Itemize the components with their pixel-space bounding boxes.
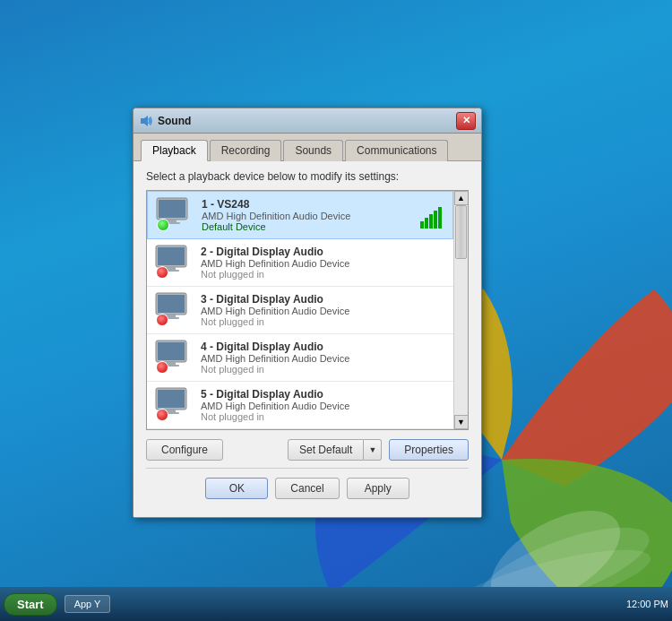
device-name-5: 5 - Digital Display Audio bbox=[201, 388, 446, 401]
scroll-up-arrow[interactable]: ▲ bbox=[454, 191, 469, 205]
svg-rect-21 bbox=[158, 390, 185, 408]
properties-button[interactable]: Properties bbox=[389, 439, 469, 461]
device-icon-wrap-3 bbox=[154, 292, 194, 328]
device-info-1: 1 - VS248 AMD High Definition Audio Devi… bbox=[202, 198, 420, 232]
device-driver-5: AMD High Definition Audio Device bbox=[201, 401, 446, 411]
taskbar-right: 12:00 PM bbox=[626, 599, 668, 609]
scroll-track[interactable] bbox=[454, 205, 468, 415]
start-button[interactable]: Start bbox=[4, 593, 57, 616]
instruction-text: Select a playback device below to modify… bbox=[146, 170, 469, 183]
tab-communications[interactable]: Communications bbox=[345, 140, 448, 161]
status-badge-green-1 bbox=[157, 219, 169, 231]
sound-dialog: Sound ✕ Playback Recording Sounds Commun… bbox=[133, 108, 482, 518]
dialog-body: Select a playback device below to modify… bbox=[134, 161, 481, 517]
device-info-5: 5 - Digital Display Audio AMD High Defin… bbox=[201, 388, 446, 422]
close-button[interactable]: ✕ bbox=[456, 112, 476, 130]
tab-playback[interactable]: Playback bbox=[141, 140, 208, 161]
cancel-button[interactable]: Cancel bbox=[275, 478, 339, 499]
taskbar-time: 12:00 PM bbox=[626, 599, 668, 609]
taskbar: Start App Y 12:00 PM bbox=[0, 587, 672, 621]
svg-marker-3 bbox=[141, 116, 148, 126]
device-status-5: Not plugged in bbox=[201, 411, 446, 422]
buttons-row-1: Configure Set Default ▼ Properties bbox=[146, 439, 469, 461]
vol-bar bbox=[420, 221, 424, 229]
configure-button[interactable]: Configure bbox=[146, 439, 223, 461]
volume-bars-1 bbox=[420, 202, 442, 229]
device-name-1: 1 - VS248 bbox=[202, 198, 420, 211]
svg-rect-13 bbox=[158, 295, 185, 313]
device-list: 1 - VS248 AMD High Definition Audio Devi… bbox=[147, 191, 453, 429]
device-info-4: 4 - Digital Display Audio AMD High Defin… bbox=[201, 341, 446, 375]
svg-rect-9 bbox=[158, 247, 185, 265]
status-badge-red-5 bbox=[156, 409, 168, 421]
tab-bar: Playback Recording Sounds Communications bbox=[134, 134, 481, 161]
device-name-3: 3 - Digital Display Audio bbox=[201, 293, 446, 306]
svg-rect-17 bbox=[158, 342, 185, 360]
device-item-4[interactable]: 4 - Digital Display Audio AMD High Defin… bbox=[147, 334, 453, 382]
device-driver-2: AMD High Definition Audio Device bbox=[201, 258, 446, 269]
device-icon-wrap-1 bbox=[155, 197, 194, 233]
device-item-2[interactable]: 2 - Digital Display Audio AMD High Defin… bbox=[147, 239, 453, 287]
vol-bar bbox=[434, 211, 437, 229]
device-status-3: Not plugged in bbox=[201, 316, 446, 327]
ok-button[interactable]: OK bbox=[205, 478, 268, 499]
device-icon-wrap-5 bbox=[154, 387, 194, 423]
status-badge-red-2 bbox=[156, 266, 168, 279]
start-label: Start bbox=[17, 598, 44, 611]
device-status-4: Not plugged in bbox=[201, 364, 446, 375]
svg-rect-5 bbox=[159, 200, 185, 218]
scroll-down-arrow[interactable]: ▼ bbox=[454, 415, 469, 429]
title-bar: Sound ✕ bbox=[134, 108, 481, 134]
device-driver-3: AMD High Definition Audio Device bbox=[201, 306, 446, 316]
tab-sounds[interactable]: Sounds bbox=[283, 140, 343, 161]
vol-bar bbox=[429, 214, 433, 229]
dialog-title: Sound bbox=[158, 115, 191, 127]
device-driver-4: AMD High Definition Audio Device bbox=[201, 353, 446, 364]
tab-recording[interactable]: Recording bbox=[210, 140, 282, 161]
device-driver-1: AMD High Definition Audio Device bbox=[202, 211, 420, 221]
device-info-3: 3 - Digital Display Audio AMD High Defin… bbox=[201, 293, 446, 327]
set-default-button[interactable]: Set Default bbox=[288, 439, 364, 461]
apply-button[interactable]: Apply bbox=[347, 478, 409, 499]
desktop: Sound ✕ Playback Recording Sounds Commun… bbox=[0, 0, 672, 621]
device-icon-wrap-2 bbox=[154, 245, 194, 280]
device-list-container: 1 - VS248 AMD High Definition Audio Devi… bbox=[146, 190, 469, 430]
device-item-3[interactable]: 3 - Digital Display Audio AMD High Defin… bbox=[147, 287, 453, 334]
status-badge-red-3 bbox=[156, 314, 168, 326]
title-bar-left: Sound bbox=[139, 114, 191, 128]
scrollbar[interactable]: ▲ ▼ bbox=[453, 191, 468, 429]
buttons-row-2: OK Cancel Apply bbox=[146, 468, 469, 508]
set-default-wrap: Set Default ▼ Properties bbox=[288, 439, 469, 461]
set-default-dropdown[interactable]: ▼ bbox=[364, 439, 382, 461]
device-name-4: 4 - Digital Display Audio bbox=[201, 341, 446, 353]
vol-bar bbox=[425, 218, 428, 229]
device-item-5[interactable]: 5 - Digital Display Audio AMD High Defin… bbox=[147, 382, 453, 429]
device-info-2: 2 - Digital Display Audio AMD High Defin… bbox=[201, 246, 446, 280]
speaker-icon bbox=[139, 114, 153, 128]
vol-bar bbox=[438, 207, 442, 229]
device-status-2: Not plugged in bbox=[201, 269, 446, 280]
device-item-1[interactable]: 1 - VS248 AMD High Definition Audio Devi… bbox=[147, 191, 453, 239]
status-badge-red-4 bbox=[156, 361, 168, 374]
device-status-1: Default Device bbox=[202, 221, 420, 232]
device-icon-wrap-4 bbox=[154, 340, 194, 375]
scroll-thumb[interactable] bbox=[455, 205, 467, 259]
device-name-2: 2 - Digital Display Audio bbox=[201, 246, 446, 258]
taskbar-app-y[interactable]: App Y bbox=[65, 595, 111, 613]
